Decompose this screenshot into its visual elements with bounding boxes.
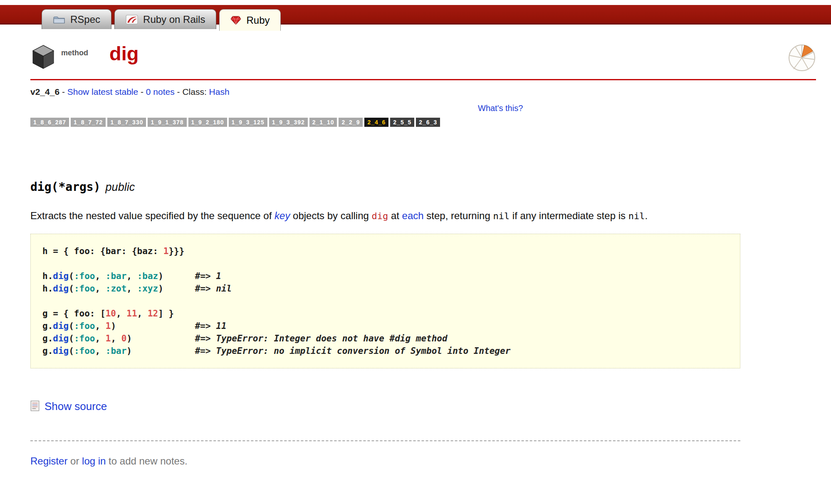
text-token: g. [42, 334, 53, 343]
text-token: objects by calling [290, 210, 371, 221]
text-token: 10 [106, 309, 116, 319]
tab-rspec[interactable]: RSpec [42, 9, 111, 29]
text-token: nil [628, 211, 645, 221]
text-token: , [95, 334, 105, 343]
version-badge-1_9_3_125[interactable]: 1_9_3_125 [229, 118, 267, 127]
method-description: Extracts the nested value specified by t… [30, 208, 708, 224]
text-token: h = { foo: {bar: {baz: [42, 246, 163, 256]
source-file-icon [30, 400, 40, 413]
code-line: h.dig(:foo, :bar, :baz) #=> 1 [42, 270, 728, 282]
login-link[interactable]: log in [82, 455, 106, 467]
text-token: :foo [74, 334, 95, 343]
version-badge-1_8_6_287[interactable]: 1_8_6_287 [30, 118, 69, 127]
text-token: dig [53, 321, 69, 331]
text-token: ( [69, 321, 74, 331]
tab-ruby[interactable]: Ruby [219, 9, 281, 31]
rspec-icon [53, 15, 65, 25]
text-token: ( [69, 346, 74, 356]
tab-label-rails: Ruby on Rails [143, 14, 205, 25]
version-badge-1_8_7_330[interactable]: 1_8_7_330 [107, 118, 146, 127]
notes-divider [30, 440, 740, 441]
code-line [42, 257, 728, 270]
notes-count-link[interactable]: 0 notes [146, 87, 175, 96]
page-title: dig [109, 42, 138, 65]
text-token: ] } [158, 309, 174, 319]
text-token: :bar [106, 346, 127, 356]
whats-this-link[interactable]: What's this? [478, 104, 523, 113]
current-version-label: v2_4_6 [30, 87, 59, 96]
version-timeline: 1_8_6_2871_8_7_721_8_7_3301_9_1_3781_9_2… [30, 118, 816, 127]
show-source-link[interactable]: Show source [45, 400, 107, 413]
code-line: h.dig(:foo, :zot, :xyz) #=> nil [42, 282, 728, 295]
text-token: ( [69, 284, 74, 294]
code-line: h = { foo: {bar: {baz: 1}}} [42, 245, 728, 257]
class-label: Class: [182, 87, 209, 96]
separator: - [138, 87, 146, 96]
text-token: , [126, 271, 137, 281]
text-token: :foo [74, 271, 95, 281]
version-badge-2_5_5[interactable]: 2_5_5 [390, 118, 414, 127]
main-content: method dig v2_4_6 - Show latest stable -… [30, 40, 816, 467]
text-token: ) [158, 271, 195, 281]
version-meta-line: v2_4_6 - Show latest stable - 0 notes - … [30, 87, 816, 97]
text-token: #=> 1 [195, 271, 221, 281]
text-token: #=> 11 [195, 321, 227, 331]
text-token: , [137, 309, 148, 319]
version-badge-2_6_3[interactable]: 2_6_3 [416, 118, 440, 127]
entry-kind-label: method [61, 49, 88, 57]
text-token: at [388, 210, 402, 221]
separator: - [59, 87, 67, 96]
text-token: g. [42, 321, 53, 331]
version-badge-1_9_2_180[interactable]: 1_9_2_180 [188, 118, 227, 127]
text-token: dig [53, 271, 69, 281]
text-token: , [95, 321, 105, 331]
show-source-row: Show source [30, 400, 816, 413]
text-token: , [95, 271, 105, 281]
text-token: dig [53, 346, 69, 356]
text-token: #=> TypeError: no implicit conversion of… [195, 346, 511, 356]
signature-visibility: public [106, 181, 135, 193]
inline-link[interactable]: key [275, 210, 290, 221]
page-header: method dig [30, 40, 816, 79]
text-token: nil [493, 211, 509, 221]
text-token: 0 [121, 334, 127, 343]
method-cube-icon [32, 44, 54, 71]
text-token: dig [53, 334, 69, 343]
header-divider [30, 79, 816, 80]
register-link[interactable]: Register [30, 455, 67, 467]
text-token: 11 [126, 309, 137, 319]
text-token: step, returning [424, 210, 493, 221]
inline-link[interactable]: each [402, 210, 424, 221]
text-token: 1 [106, 334, 111, 343]
text-token: ( [69, 334, 74, 343]
rails-icon [126, 15, 138, 25]
version-badge-1_9_3_392[interactable]: 1_9_3_392 [269, 118, 308, 127]
apidock-logo[interactable] [788, 44, 816, 74]
text-token: #=> nil [195, 284, 232, 294]
text-token: ) [126, 346, 195, 356]
show-latest-stable-link[interactable]: Show latest stable [67, 87, 138, 96]
version-badge-2_4_6[interactable]: 2_4_6 [364, 118, 388, 127]
text-token: , [111, 334, 121, 343]
footer-text: to add new notes. [106, 455, 187, 467]
class-link[interactable]: Hash [209, 87, 230, 96]
version-badge-2_1_10[interactable]: 2_1_10 [309, 118, 337, 127]
version-badge-2_2_9[interactable]: 2_2_9 [339, 118, 363, 127]
tab-ruby-on-rails[interactable]: Ruby on Rails [114, 9, 216, 29]
text-token: :xyz [137, 284, 158, 294]
text-token: 1 [106, 321, 111, 331]
code-line [42, 295, 728, 307]
text-token: dig [372, 211, 388, 221]
code-line: g.dig(:foo, 1, 0) #=> TypeError: Integer… [42, 332, 728, 345]
text-token: g = { foo: [ [42, 309, 106, 319]
separator: - [175, 87, 183, 96]
text-token: g. [42, 346, 53, 356]
notes-footer: Register or log in to add new notes. [30, 455, 816, 467]
tab-label-rspec: RSpec [70, 14, 100, 25]
version-badge-1_8_7_72[interactable]: 1_8_7_72 [71, 118, 106, 127]
text-token: :bar [106, 271, 127, 281]
text-token: ( [69, 271, 74, 281]
version-badge-1_9_1_378[interactable]: 1_9_1_378 [148, 118, 186, 127]
whats-this-row: What's this? [30, 104, 816, 114]
ruby-gem-icon [230, 16, 241, 25]
